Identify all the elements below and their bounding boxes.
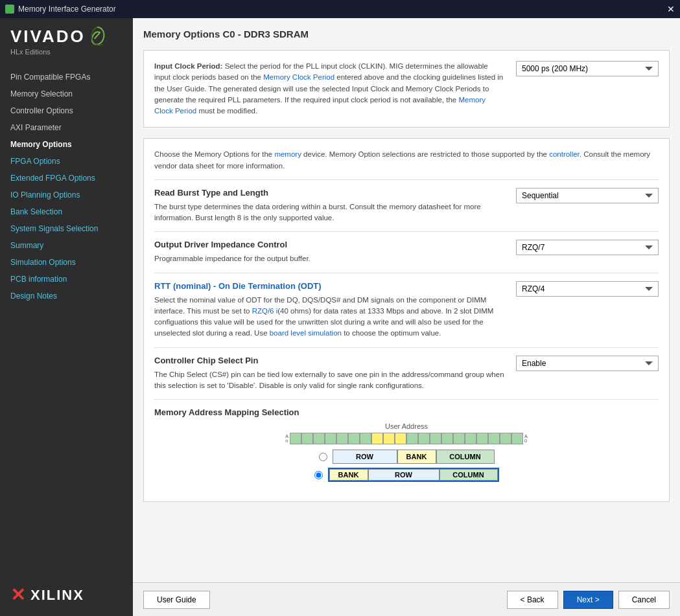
bit-cell <box>500 433 511 444</box>
main-container: VIVADO HLx Editions Pin Compatible FPGAs… <box>0 18 680 616</box>
bit-cell <box>313 433 325 444</box>
sidebar-logo: VIVADO HLx Editions <box>0 18 133 63</box>
sidebar: VIVADO HLx Editions Pin Compatible FPGAs… <box>0 18 133 616</box>
bit-cell <box>336 433 348 444</box>
bit-cell <box>406 433 418 444</box>
rtt-title: RTT (nominal) - On Die Termination (ODT) <box>154 281 506 291</box>
sidebar-item-summary[interactable]: Summary <box>0 237 133 254</box>
mapping-option-bank-row-col: BANK ROW COLUMN <box>314 468 499 482</box>
bit-cell <box>395 433 406 444</box>
sidebar-item-design-notes[interactable]: Design Notes <box>0 288 133 304</box>
bit-high-label: A <box>285 434 288 439</box>
title-bar: Memory Interface Generator ✕ <box>0 0 680 18</box>
input-clock-control: 5000 ps (200 MHz) 4000 ps (250 MHz) 3000… <box>516 61 659 76</box>
column2-segment: COLUMN <box>440 469 498 481</box>
bit-high-num: n <box>285 439 288 443</box>
input-clock-select[interactable]: 5000 ps (200 MHz) 4000 ps (250 MHz) 3000… <box>516 61 659 76</box>
sidebar-item-bank-selection[interactable]: Bank Selection <box>0 203 133 220</box>
chip-select-desc: Controller Chip Select Pin The Chip Sele… <box>154 356 506 392</box>
hlx-edition-text: HLx Editions <box>10 48 123 56</box>
read-burst-row: Read Burst Type and Length The burst typ… <box>154 188 659 224</box>
sidebar-item-controller-options[interactable]: Controller Options <box>0 102 133 119</box>
sidebar-item-memory-options[interactable]: Memory Options <box>0 136 133 153</box>
chip-select-description: The Chip Select (CS#) pin can be tied lo… <box>154 369 506 392</box>
rtt-select[interactable]: RZQ/4 RZQ/6 RZQ/8 Disabled <box>516 281 659 297</box>
output-driver-select[interactable]: RZQ/7 RZQ/6 RZQ/5 <box>516 240 659 255</box>
vivado-text: VIVADO <box>10 27 86 47</box>
sidebar-nav: Pin Compatible FPGAs Memory Selection Co… <box>0 63 133 576</box>
chip-select-row: Controller Chip Select Pin The Chip Sele… <box>154 356 659 392</box>
bit-cell <box>383 433 395 444</box>
cancel-button[interactable]: Cancel <box>618 591 670 609</box>
bit-cell <box>371 433 383 444</box>
input-clock-description: Select the period for the PLL input cloc… <box>154 62 503 115</box>
sidebar-item-io-planning[interactable]: IO Planning Options <box>0 187 133 203</box>
bit-low-label: A <box>524 434 528 439</box>
bit-cell <box>453 433 465 444</box>
address-bits-container: A n <box>285 433 527 444</box>
sidebar-item-extended-fpga[interactable]: Extended FPGA Options <box>0 170 133 187</box>
bank-row-col-bar: BANK ROW COLUMN <box>328 468 499 482</box>
address-bit-row <box>290 433 523 444</box>
app-icon <box>5 5 14 14</box>
bank-row-col-radio[interactable] <box>314 471 323 479</box>
output-driver-description: Programmable impedance for the output bu… <box>154 253 506 264</box>
vivado-leaf-icon <box>88 26 106 47</box>
row-bank-col-radio[interactable] <box>319 453 327 461</box>
bit-cell <box>441 433 453 444</box>
output-driver-row: Output Driver Impedance Control Programm… <box>154 240 659 264</box>
address-mapping-title: Memory Address Mapping Selection <box>154 407 659 417</box>
xilinx-logo: ✕ XILINX <box>0 576 133 616</box>
memory-options-intro: Choose the Memory Options for the memory… <box>154 149 659 172</box>
sidebar-item-pcb-information[interactable]: PCB information <box>0 271 133 288</box>
address-mapping-section: Memory Address Mapping Selection User Ad… <box>154 407 659 486</box>
input-clock-desc: Input Clock Period: Select the period fo… <box>154 61 506 117</box>
read-burst-desc: Read Burst Type and Length The burst typ… <box>154 188 506 224</box>
user-address-label: User Address <box>385 422 428 430</box>
bottom-bar-right: < Back Next > Cancel <box>507 591 670 609</box>
read-burst-title: Read Burst Type and Length <box>154 188 506 198</box>
sidebar-item-axi-parameter[interactable]: AXI Parameter <box>0 119 133 136</box>
sidebar-item-simulation-options[interactable]: Simulation Options <box>0 254 133 271</box>
title-bar-title: Memory Interface Generator <box>18 5 116 14</box>
close-button[interactable]: ✕ <box>667 4 675 14</box>
chip-select-title: Controller Chip Select Pin <box>154 356 506 365</box>
row-segment: ROW <box>333 450 397 464</box>
mapping-diagram: User Address A n <box>154 422 659 486</box>
bit-cell <box>418 433 430 444</box>
chip-select-control: Enable Disable <box>516 356 659 371</box>
sidebar-item-fpga-options[interactable]: FPGA Options <box>0 153 133 170</box>
row-bank-col-bar: ROW BANK COLUMN <box>333 450 495 464</box>
input-clock-row: Input Clock Period: Select the period fo… <box>154 61 659 117</box>
bit-cell <box>488 433 500 444</box>
sidebar-item-pin-compatible[interactable]: Pin Compatible FPGAs <box>0 69 133 86</box>
rtt-desc: RTT (nominal) - On Die Termination (ODT)… <box>154 281 506 339</box>
output-driver-title: Output Driver Impedance Control <box>154 240 506 249</box>
bit-cell <box>325 433 336 444</box>
bit-cell <box>511 433 523 444</box>
bit-low-num: 0 <box>524 439 528 443</box>
sidebar-item-system-signals[interactable]: System Signals Selection <box>0 220 133 237</box>
user-guide-button[interactable]: User Guide <box>143 591 210 609</box>
column-segment: COLUMN <box>436 450 495 464</box>
bit-cell <box>360 433 371 444</box>
bit-cell <box>430 433 441 444</box>
memory-options-card: Choose the Memory Options for the memory… <box>143 138 670 502</box>
output-driver-desc: Output Driver Impedance Control Programm… <box>154 240 506 264</box>
rtt-description: Select the nominal value of ODT for the … <box>154 295 506 339</box>
back-button[interactable]: < Back <box>507 591 558 609</box>
bit-cell <box>290 433 301 444</box>
title-bar-left: Memory Interface Generator <box>5 5 116 14</box>
bank2-segment: BANK <box>329 469 368 481</box>
bottom-bar-left: User Guide <box>143 591 507 609</box>
sidebar-item-memory-selection[interactable]: Memory Selection <box>0 86 133 102</box>
bit-cell <box>476 433 488 444</box>
rtt-control: RZQ/4 RZQ/6 RZQ/8 Disabled <box>516 281 659 297</box>
mapping-option-row-bank-col: ROW BANK COLUMN <box>319 450 495 464</box>
bank-segment: BANK <box>397 450 436 464</box>
read-burst-select[interactable]: Sequential Interleaved <box>516 188 659 203</box>
content-area: Memory Options C0 - DDR3 SDRAM Input Clo… <box>133 18 680 616</box>
chip-select-select[interactable]: Enable Disable <box>516 356 659 371</box>
next-button[interactable]: Next > <box>563 591 613 609</box>
row2-segment: ROW <box>368 469 440 481</box>
